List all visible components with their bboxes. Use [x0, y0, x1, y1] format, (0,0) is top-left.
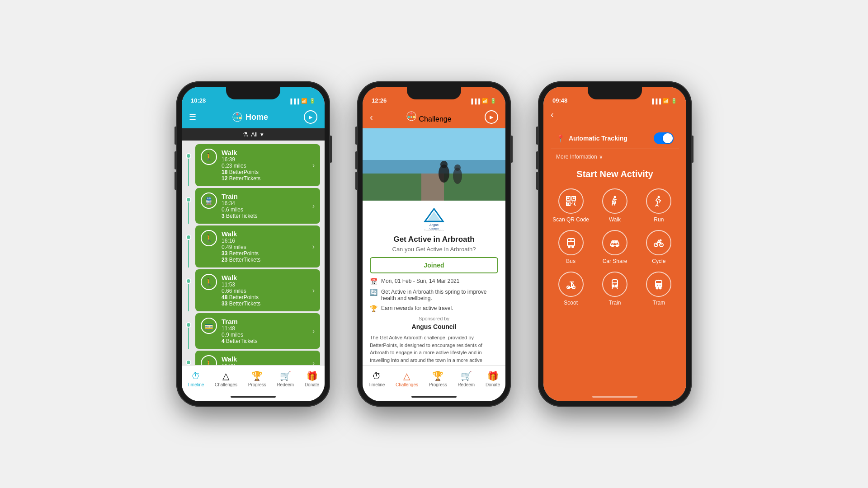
card-time: 16:39	[222, 156, 308, 163]
header-label-1: Home	[245, 113, 268, 122]
timeline-nav-icon: ⏱	[191, 371, 200, 381]
tracking-row: 📍 Automatic Tracking	[551, 128, 679, 149]
more-info-row[interactable]: More Information ∨	[551, 152, 679, 162]
nav-challenges-2[interactable]: △ Challenges	[392, 369, 422, 389]
svg-point-1	[236, 113, 238, 116]
tracking-toggle[interactable]	[654, 132, 674, 144]
activity-tram[interactable]: Tram	[639, 272, 679, 306]
svg-point-9	[410, 116, 412, 118]
card-miles: 0.66 miles	[222, 288, 308, 294]
car-share-icon-circle	[602, 230, 627, 255]
play-button-2[interactable]: ▶	[485, 110, 498, 124]
card-tickets: 4 BetterTickets	[222, 338, 308, 344]
play-button-1[interactable]: ▶	[304, 110, 317, 124]
signal-icon-2: ▐▐▐	[470, 99, 480, 104]
app-logo-2	[406, 111, 417, 122]
svg-point-34	[613, 196, 616, 198]
nav-redeem[interactable]: 🛒 Redeem	[273, 369, 297, 389]
redeem-nav-icon: 🛒	[280, 371, 291, 381]
walk-icon-circle: 🚶	[201, 149, 217, 165]
svg-point-15	[440, 161, 448, 168]
nav-redeem-2[interactable]: 🛒 Redeem	[454, 369, 478, 389]
list-item[interactable]: 🚶 Walk 11:53 0.66 miles 48 BetterPoints …	[195, 269, 320, 311]
nav-challenges[interactable]: △ Challenges	[211, 369, 241, 389]
status-icons-2: ▐▐▐ 📶 🔋	[470, 98, 496, 104]
list-item[interactable]: 🚆 Train 16:34 0.6 miles 3 BetterTickets …	[195, 188, 320, 224]
list-item[interactable]: 🚶 Walk 16:39 0.23 miles 18 BetterPoints …	[195, 144, 320, 186]
table-row: 🚃 Tram 11:48 0.9 miles 4 BetterTickets ›	[182, 313, 325, 349]
list-item[interactable]: 🚶 Walk 11:08 ›	[195, 351, 320, 365]
activity-train[interactable]: Train	[594, 272, 635, 306]
svg-point-3	[239, 117, 241, 119]
signal-icon-3: ▐▐▐	[651, 99, 661, 104]
svg-point-4	[236, 117, 238, 119]
card-arrow: ›	[312, 243, 315, 251]
card-type: Walk	[222, 230, 308, 238]
svg-rect-69	[656, 284, 658, 286]
timeline-line	[188, 202, 189, 224]
svg-rect-11	[363, 160, 505, 174]
card-miles: 0.9 miles	[222, 332, 308, 338]
nav-donate-2[interactable]: 🎁 Donate	[482, 369, 504, 389]
menu-icon[interactable]: ☰	[189, 112, 196, 122]
nav-progress-2[interactable]: 🏆 Progress	[425, 369, 451, 389]
wifi-icon-2: 📶	[482, 98, 488, 104]
back-button-2[interactable]: ‹	[370, 112, 373, 122]
timeline-line	[188, 240, 189, 267]
joined-button[interactable]: Joined	[370, 257, 498, 273]
activity-car-share[interactable]: Car Share	[594, 230, 635, 264]
filter-chevron: ▾	[260, 131, 264, 138]
time-2: 12:26	[372, 97, 387, 104]
list-item[interactable]: 🚶 Walk 16:16 0.49 miles 33 BetterPoints …	[195, 225, 320, 267]
header-title-1: Home	[232, 112, 268, 122]
card-type: Walk	[222, 355, 308, 363]
svg-rect-26	[567, 197, 569, 199]
train-icon-circle-3	[602, 272, 627, 297]
activity-run[interactable]: Run	[639, 188, 679, 223]
donate-nav-label: Donate	[305, 382, 319, 387]
challenge-logo-area: Angus Council Comhairle Aonghais	[370, 208, 498, 230]
timeline-line	[188, 284, 189, 311]
activity-walk[interactable]: Walk	[594, 188, 635, 223]
signal-icon-1: ▐▐▐	[289, 99, 299, 104]
filter-icon: ⚗	[243, 131, 248, 138]
health-icon: 🔄	[370, 289, 377, 296]
challenge-title: Get Active in Arbroath	[370, 235, 498, 244]
more-info-chevron: ∨	[599, 154, 603, 160]
progress-nav-label: Progress	[248, 382, 266, 387]
phones-container: 10:28 ▐▐▐ 📶 🔋 ☰ Home	[0, 72, 868, 416]
card-type: Walk	[222, 274, 308, 282]
tram-label: Tram	[653, 300, 665, 306]
svg-point-35	[658, 196, 660, 198]
car-share-label: Car Share	[603, 258, 627, 264]
walk-icon-circle: 🚶	[201, 230, 217, 246]
activity-cycle[interactable]: Cycle	[639, 230, 679, 264]
nav-donate[interactable]: 🎁 Donate	[301, 369, 323, 389]
scan-qr-label: Scan QR Code	[552, 216, 589, 223]
challenge-hero-image	[363, 128, 505, 201]
card-time: 16:34	[222, 200, 308, 206]
card-arrow: ›	[312, 202, 315, 210]
run-label: Run	[654, 216, 664, 223]
progress-nav-icon-2: 🏆	[432, 371, 443, 381]
timeline-dot	[186, 278, 191, 284]
activity-scan-qr[interactable]: Scan QR Code	[551, 188, 591, 223]
activity-scoot[interactable]: Scoot	[551, 272, 591, 306]
status-icons-3: ▐▐▐ 📶 🔋	[651, 98, 677, 104]
svg-point-55	[613, 285, 614, 286]
nav-progress[interactable]: 🏆 Progress	[245, 369, 270, 389]
activity-bus[interactable]: Bus	[551, 230, 591, 264]
redeem-nav-icon-2: 🛒	[461, 371, 472, 381]
card-time: 16:16	[222, 238, 308, 244]
nav-timeline-2[interactable]: ⏱ Timeline	[364, 369, 388, 389]
nav-timeline[interactable]: ⏱ Timeline	[184, 369, 208, 389]
timeline-dot	[186, 322, 191, 328]
wifi-icon-3: 📶	[663, 98, 669, 104]
card-points: 33 BetterPoints	[222, 250, 308, 257]
bottom-nav-2: ⏱ Timeline △ Challenges 🏆 Progress 🛒 Red…	[363, 365, 505, 392]
challenges-nav-label-2: Challenges	[396, 382, 418, 387]
filter-bar[interactable]: ⚗ All ▾	[182, 128, 325, 141]
bus-icon-circle	[558, 230, 584, 255]
list-item[interactable]: 🚃 Tram 11:48 0.9 miles 4 BetterTickets ›	[195, 313, 320, 349]
back-button-3[interactable]: ‹	[551, 109, 554, 120]
